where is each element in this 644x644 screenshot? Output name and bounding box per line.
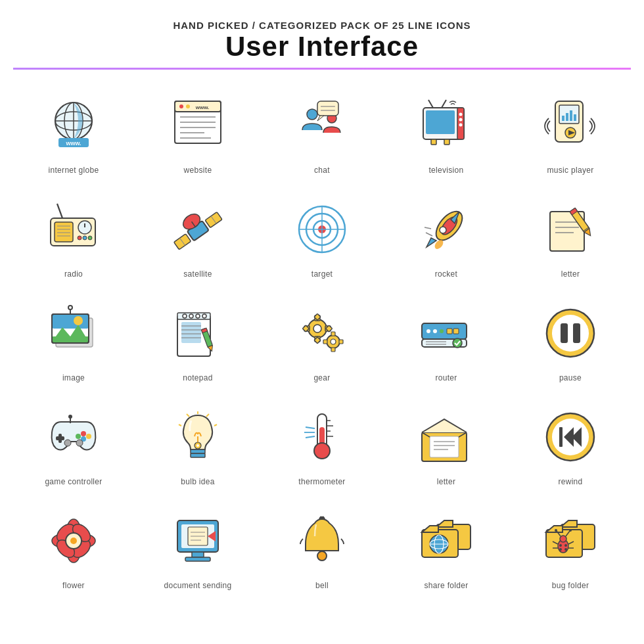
svg-point-139 xyxy=(86,434,91,439)
svg-line-73 xyxy=(425,227,431,229)
icon-rewind: rewind xyxy=(510,394,631,492)
svg-point-145 xyxy=(68,415,72,419)
svg-rect-121 xyxy=(339,340,343,344)
svg-line-153 xyxy=(206,414,209,417)
svg-rect-43 xyxy=(55,222,73,242)
rocket-icon xyxy=(410,193,482,265)
icon-letter2: letter xyxy=(386,394,507,492)
svg-rect-196 xyxy=(185,557,210,561)
svg-point-27 xyxy=(459,118,463,122)
letter2-label: letter xyxy=(437,477,455,486)
svg-point-208 xyxy=(559,544,562,547)
svg-point-141 xyxy=(76,434,81,439)
icon-document-sending: document sending xyxy=(137,498,258,595)
svg-point-213 xyxy=(555,529,557,532)
icon-thermometer: thermometer xyxy=(262,394,382,492)
flower-icon xyxy=(37,505,110,577)
svg-point-142 xyxy=(64,440,71,446)
icon-television: television xyxy=(386,83,507,180)
svg-point-210 xyxy=(559,548,562,551)
icon-flower: flower xyxy=(13,498,134,595)
icon-image: image xyxy=(13,290,134,388)
thermometer-icon xyxy=(286,401,358,473)
svg-point-28 xyxy=(459,124,463,127)
icon-rocket: rocket xyxy=(386,187,507,284)
svg-point-138 xyxy=(81,431,86,436)
bug-folder-icon xyxy=(534,505,607,577)
svg-point-51 xyxy=(83,236,87,240)
svg-rect-98 xyxy=(181,322,201,343)
svg-rect-135 xyxy=(573,323,580,343)
svg-point-97 xyxy=(202,314,206,318)
svg-rect-118 xyxy=(331,332,335,336)
svg-point-209 xyxy=(564,544,567,547)
svg-rect-36 xyxy=(566,113,568,121)
svg-point-71 xyxy=(440,227,446,233)
icon-internet-globe: www. internet globe xyxy=(13,83,134,180)
thermometer-label: thermometer xyxy=(298,477,345,486)
image-icon xyxy=(37,297,110,369)
svg-rect-169 xyxy=(430,436,459,457)
divider xyxy=(13,68,631,70)
icon-letter: letter xyxy=(510,187,631,284)
bell-icon xyxy=(286,505,358,577)
svg-line-41 xyxy=(57,204,62,218)
svg-rect-32 xyxy=(444,139,449,145)
svg-rect-127 xyxy=(453,329,459,334)
svg-point-91 xyxy=(68,306,72,310)
notepad-icon xyxy=(162,297,234,369)
share-folder-icon xyxy=(410,505,482,577)
svg-line-155 xyxy=(214,425,217,426)
svg-point-215 xyxy=(569,529,572,532)
target-icon xyxy=(286,193,358,265)
chat-icon xyxy=(286,89,358,162)
icon-music-player: music player xyxy=(510,83,631,180)
notepad-label: notepad xyxy=(183,373,212,382)
bulb-idea-label: bulb idea xyxy=(181,477,214,486)
svg-point-197 xyxy=(317,551,327,561)
document-sending-icon xyxy=(162,505,234,577)
svg-point-150 xyxy=(196,444,199,447)
svg-rect-177 xyxy=(559,427,563,447)
icon-share-folder: share folder xyxy=(386,498,507,595)
game-controller-label: game controller xyxy=(45,477,102,486)
router-icon xyxy=(410,297,482,369)
music-player-icon xyxy=(534,89,607,162)
svg-line-163 xyxy=(306,427,315,428)
icon-bug-folder: bug folder xyxy=(510,498,631,595)
icon-game-controller: game controller xyxy=(13,394,134,492)
svg-point-10 xyxy=(186,104,190,108)
share-folder-label: share folder xyxy=(425,581,469,590)
svg-point-158 xyxy=(314,443,330,459)
game-controller-icon xyxy=(37,401,110,473)
svg-point-131 xyxy=(453,338,462,348)
icon-notepad: notepad xyxy=(137,290,258,388)
router-label: router xyxy=(435,373,457,382)
icon-chat: chat xyxy=(262,83,382,180)
svg-line-30 xyxy=(442,100,446,108)
svg-line-165 xyxy=(306,436,315,438)
icon-pause: pause xyxy=(510,290,631,388)
svg-rect-120 xyxy=(323,340,327,344)
icon-bulb-idea: bulb idea xyxy=(137,394,258,492)
svg-rect-119 xyxy=(331,348,335,352)
svg-rect-126 xyxy=(447,329,452,334)
svg-rect-147 xyxy=(191,453,205,457)
target-label: target xyxy=(311,269,333,279)
letter-icon xyxy=(534,193,607,265)
svg-point-143 xyxy=(76,440,83,446)
svg-text:www.: www. xyxy=(65,140,81,147)
svg-point-95 xyxy=(189,314,193,318)
icon-router: router xyxy=(386,290,507,388)
website-icon: www. xyxy=(162,89,234,162)
bell-label: bell xyxy=(315,581,329,590)
svg-rect-38 xyxy=(574,114,576,121)
svg-rect-195 xyxy=(192,552,204,557)
document-sending-label: document sending xyxy=(164,581,232,590)
chat-label: chat xyxy=(314,166,330,175)
rocket-label: rocket xyxy=(435,269,457,279)
gear-label: gear xyxy=(313,373,330,382)
satellite-icon xyxy=(162,193,234,265)
svg-point-207 xyxy=(560,536,566,542)
svg-rect-146 xyxy=(191,449,205,453)
